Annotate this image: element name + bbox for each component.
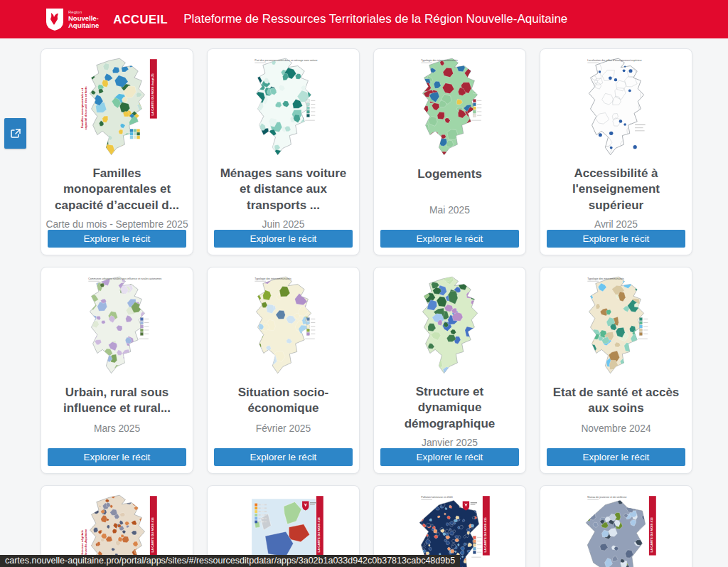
svg-text:Typologie des intercommunalité: Typologie des intercommunalités: [421, 59, 458, 62]
story-date: Mars 2025: [41, 423, 193, 434]
explore-story-button[interactable]: Explorer le récit: [547, 230, 685, 248]
explore-story-button[interactable]: Explorer le récit: [48, 448, 186, 466]
explore-story-button[interactable]: Explorer le récit: [547, 448, 685, 466]
story-title: Situation socio-économique: [216, 385, 350, 417]
story-card[interactable]: Typologie des intercommunalités Etat de …: [540, 267, 692, 474]
story-thumbnail: Typologie des intercommunalités: [374, 56, 525, 161]
page-title: Plateforme de Ressources Territoriales d…: [183, 12, 567, 26]
story-date: Avril 2025: [540, 219, 692, 230]
svg-text:LA CARTE DU MOIS #sept.25: LA CARTE DU MOIS #sept.25: [150, 73, 154, 116]
svg-text:Familles monoparentales etcapa: Familles monoparentales etcapacité d'acc…: [80, 86, 87, 130]
explore-story-button[interactable]: Explorer le récit: [380, 448, 519, 466]
story-card[interactable]: Communes urbaines, rurales sous influenc…: [41, 267, 193, 474]
story-thumbnail: Niveau de jeunesse et de vieillesseLA CA…: [540, 493, 692, 567]
story-card[interactable]: Typologie des intercommunalités Logement…: [373, 48, 526, 255]
svg-text:Typologie des intercommunalité: Typologie des intercommunalités: [255, 277, 291, 280]
logo-line2: Aquitaine: [68, 22, 99, 29]
story-thumbnail: Typologie des intercommunalités: [208, 275, 359, 379]
browser-status-bar: cartes.nouvelle-aquitaine.pro/portal/app…: [0, 555, 460, 567]
story-card[interactable]: Niveau de jeunesse et de vieillesseLA CA…: [540, 485, 692, 567]
svg-text:Pollution lumineuse en 2020: Pollution lumineuse en 2020: [421, 496, 452, 499]
story-thumbnail: Localisation des pôles d'enseignement su…: [540, 56, 692, 160]
story-thumbnail: Communes urbaines, rurales sous influenc…: [41, 275, 193, 379]
story-title: Etat de santé et accès aux soins: [549, 385, 683, 417]
explore-story-button[interactable]: Explorer le récit: [48, 230, 186, 248]
cards-grid: Familles monoparentales etcapacité d'acc…: [41, 48, 692, 567]
region-logo: Région Nouvelle- Aquitaine: [46, 8, 99, 31]
svg-text:Typologie des intercommunalité: Typologie des intercommunalités: [587, 277, 624, 280]
svg-text:LA CARTE DU MOIS #15: LA CARTE DU MOIS #15: [483, 517, 486, 553]
story-title: Ménages sans voiture et distance aux tra…: [216, 166, 350, 213]
region-shield-icon: [46, 8, 64, 31]
app-header: Région Nouvelle- Aquitaine ACCUEIL Plate…: [0, 0, 728, 38]
svg-text:LA CARTE DU MOIS #14: LA CARTE DU MOIS #14: [316, 517, 320, 553]
story-date: Carte du mois - Septembre 2025: [41, 219, 193, 230]
story-card[interactable]: Structure et dynamique démographique Jan…: [373, 267, 526, 474]
story-card[interactable]: Part des personnes vivant dans un ménage…: [207, 48, 360, 255]
svg-text:Part des personnes vivant dans: Part des personnes vivant dans un ménage…: [255, 59, 317, 62]
svg-text:Localisation des pôles d'ensei: Localisation des pôles d'enseignement su…: [587, 59, 642, 62]
story-date: Juin 2025: [208, 219, 359, 230]
share-button[interactable]: [4, 118, 26, 149]
svg-text:Niveau de jeunesse et de vieil: Niveau de jeunesse et de vieillesse: [587, 496, 626, 499]
story-thumbnail: Familles monoparentales etcapacité d'acc…: [41, 56, 193, 160]
explore-story-button[interactable]: Explorer le récit: [380, 230, 519, 248]
story-date: Mai 2025: [374, 205, 525, 216]
story-thumbnail: Typologie des intercommunalités: [540, 275, 692, 379]
svg-text:Communes urbaines, rurales sou: Communes urbaines, rurales sous influenc…: [88, 277, 161, 280]
story-title: Accessibilité à l'enseignement supérieur: [549, 166, 683, 213]
story-date: Février 2025: [208, 423, 359, 434]
svg-text:LA CARTE DU MOIS #16: LA CARTE DU MOIS #16: [150, 517, 154, 553]
story-card[interactable]: Familles monoparentales etcapacité d'acc…: [41, 48, 193, 255]
story-date: Janvier 2025: [374, 438, 525, 448]
story-title: Familles monoparentales et capacité d’ac…: [50, 166, 184, 213]
story-thumbnail: Part des personnes vivant dans un ménage…: [208, 56, 359, 160]
story-date: Novembre 2024: [540, 423, 692, 434]
share-icon: [9, 127, 22, 140]
story-card[interactable]: Localisation des pôles d'enseignement su…: [540, 48, 692, 255]
nav-accueil[interactable]: ACCUEIL: [113, 13, 168, 26]
explore-story-button[interactable]: Explorer le récit: [214, 448, 353, 466]
story-card[interactable]: Typologie des intercommunalités Situatio…: [207, 267, 360, 474]
logo-region-word: Région: [68, 10, 99, 14]
explore-story-button[interactable]: Explorer le récit: [214, 230, 353, 248]
story-thumbnail: [374, 275, 525, 378]
story-title: Logements: [382, 166, 517, 198]
story-title: Urbain, rural sous influence et rural...: [50, 385, 184, 417]
svg-text:LA CARTE DU MOIS #13: LA CARTE DU MOIS #13: [649, 517, 653, 553]
story-title: Structure et dynamique démographique: [382, 384, 517, 431]
